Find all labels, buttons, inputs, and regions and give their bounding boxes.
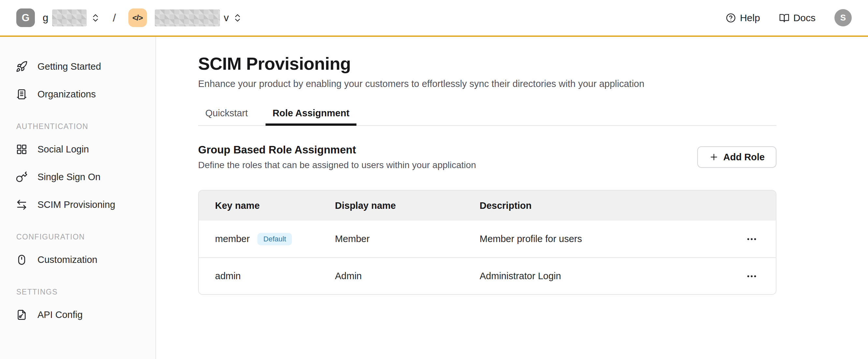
docs-label: Docs — [794, 12, 815, 24]
sidebar-item-label: API Config — [37, 309, 83, 320]
role-key: admin — [215, 271, 241, 282]
rocket-icon — [16, 61, 28, 73]
sidebar-item-api-config[interactable]: API Config — [0, 301, 155, 329]
sidebar-section-settings: SETTINGS — [0, 286, 155, 298]
help-button[interactable]: Help — [725, 12, 760, 24]
grid-icon — [16, 143, 28, 155]
sidebar-item-organizations[interactable]: Organizations — [0, 80, 155, 108]
topbar-actions: Help Docs S — [725, 9, 852, 26]
sidebar-item-label: Organizations — [37, 89, 96, 100]
project-name-suffix: v — [224, 12, 229, 24]
sidebar-item-scim-provisioning[interactable]: SCIM Provisioning — [0, 191, 155, 219]
topbar: G g / </> v Help — [0, 0, 868, 37]
description-cell: Member profile for users — [479, 234, 730, 244]
key-name-cell: admin — [199, 271, 335, 282]
add-role-label: Add Role — [723, 152, 765, 163]
sidebar-item-customization[interactable]: Customization — [0, 246, 155, 274]
plus-icon — [709, 152, 719, 162]
sidebar-item-social-login[interactable]: Social Login — [0, 135, 155, 163]
tab-bar: Quickstart Role Assignment — [198, 103, 776, 126]
sync-arrows-icon — [16, 199, 28, 211]
sidebar-item-label: SCIM Provisioning — [37, 199, 115, 210]
ellipsis-icon — [746, 270, 757, 282]
main-content: SCIM Provisioning Enhance your product b… — [157, 37, 868, 359]
help-circle-icon — [725, 13, 736, 23]
display-name-cell: Admin — [335, 271, 479, 282]
building-icon — [16, 88, 28, 100]
tab-role-assignment[interactable]: Role Assignment — [266, 103, 357, 126]
add-role-button[interactable]: Add Role — [697, 146, 776, 168]
sidebar: Getting Started Organizations AUTHENTICA… — [0, 37, 156, 359]
redacted-project-name — [155, 9, 220, 26]
project-selector[interactable]: v — [155, 9, 243, 26]
row-actions-button[interactable] — [743, 231, 760, 248]
section-heading: Group Based Role Assignment — [198, 144, 476, 156]
key-icon — [16, 171, 28, 183]
sidebar-section-configuration: CONFIGURATION — [0, 231, 155, 243]
tab-quickstart[interactable]: Quickstart — [198, 103, 255, 126]
mouse-icon — [16, 254, 28, 266]
sidebar-item-label: Single Sign On — [37, 172, 100, 183]
chevrons-up-down-icon — [232, 13, 242, 23]
column-header-description: Description — [479, 200, 730, 211]
table-row-admin: admin Admin Administrator Login — [199, 257, 776, 294]
user-avatar[interactable]: S — [834, 9, 852, 26]
roles-table: Key name Display name Description member… — [198, 190, 776, 295]
docs-button[interactable]: Docs — [779, 12, 815, 24]
table-row-member: member Default Member Member profile for… — [199, 221, 776, 257]
sidebar-item-label: Social Login — [37, 144, 89, 155]
breadcrumb-separator: / — [113, 11, 116, 24]
role-key: member — [215, 234, 250, 244]
breadcrumb: G g / </> v — [16, 8, 242, 27]
section-header-text: Group Based Role Assignment Define the r… — [198, 144, 476, 170]
redacted-org-name — [52, 9, 87, 26]
sidebar-item-single-sign-on[interactable]: Single Sign On — [0, 163, 155, 191]
page-subtitle: Enhance your product by enabling your cu… — [198, 78, 776, 89]
help-label: Help — [740, 12, 760, 24]
sidebar-item-label: Getting Started — [37, 61, 101, 72]
sidebar-section-authentication: AUTHENTICATION — [0, 121, 155, 132]
column-header-display-name: Display name — [335, 200, 479, 211]
section-header-row: Group Based Role Assignment Define the r… — [198, 144, 776, 170]
default-badge: Default — [257, 233, 292, 245]
project-code-icon: </> — [128, 8, 147, 27]
column-header-key-name: Key name — [199, 200, 335, 211]
row-actions-button[interactable] — [743, 268, 760, 285]
org-name-prefix: g — [43, 12, 48, 24]
org-selector[interactable]: g — [43, 9, 100, 26]
ellipsis-icon — [746, 233, 757, 245]
sidebar-item-getting-started[interactable]: Getting Started — [0, 53, 155, 80]
page-title: SCIM Provisioning — [198, 53, 776, 74]
workspace-logo[interactable]: G — [16, 8, 35, 27]
description-cell: Administrator Login — [479, 271, 730, 282]
display-name-cell: Member — [335, 234, 479, 244]
sidebar-item-label: Customization — [37, 254, 97, 265]
open-book-icon — [779, 13, 789, 23]
table-header-row: Key name Display name Description — [199, 191, 776, 221]
section-description: Define the roles that can be assigned to… — [198, 160, 476, 170]
key-name-cell: member Default — [199, 233, 335, 245]
chevrons-up-down-icon — [91, 13, 100, 23]
file-node-icon — [16, 309, 28, 321]
